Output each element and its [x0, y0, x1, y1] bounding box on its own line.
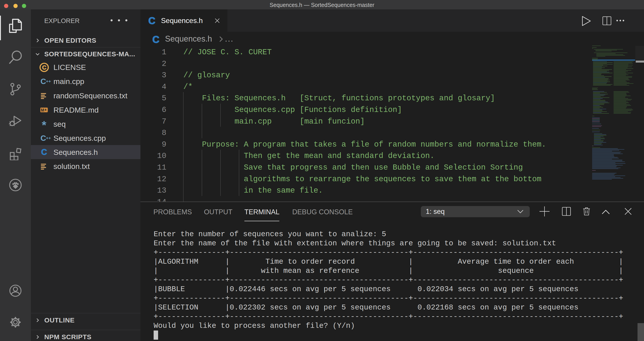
- svg-text:C: C: [148, 15, 156, 26]
- svg-text:M: M: [41, 108, 44, 112]
- svg-text:++: ++: [46, 136, 51, 140]
- svg-text:C: C: [41, 147, 47, 157]
- svg-text:++: ++: [46, 79, 51, 84]
- svg-text:C: C: [42, 64, 46, 71]
- svg-text:C: C: [40, 77, 46, 86]
- svg-text:C: C: [40, 134, 46, 142]
- svg-text:*: *: [42, 119, 46, 129]
- svg-text:C: C: [152, 34, 160, 45]
